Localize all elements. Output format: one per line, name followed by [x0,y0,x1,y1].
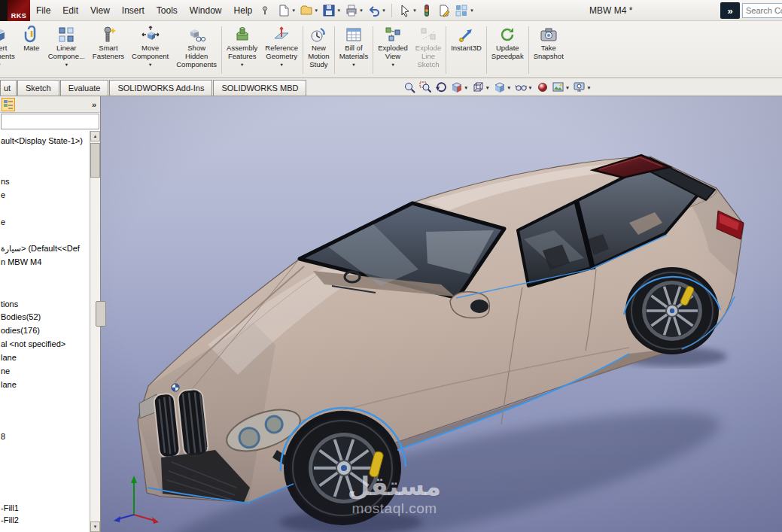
ribbon-label: Instant3D [451,44,482,53]
ribbon-button-update-speedpak[interactable]: Update Speedpak [488,23,528,78]
menu-tools[interactable]: Tools [151,0,184,20]
dropdown-arrow-icon[interactable]: ▼ [412,8,417,13]
ribbon-separator [446,26,446,74]
ribbon-button-smart-fasteners[interactable]: Smart Fasteners [89,23,128,78]
menu-file[interactable]: File [30,0,56,20]
tree-item-solid-bodies[interactable]: Bodies(52) [1,311,41,323]
panel-splitter-grip[interactable] [96,301,106,327]
menu-edit[interactable]: Edit [56,0,84,20]
zoom-to-fit-icon[interactable] [403,81,415,93]
ribbon-button-assembly-features[interactable]: Assembly Features ▾ [223,23,261,78]
dropdown-arrow-icon[interactable]: ▾ [0,62,1,67]
menu-pin-icon[interactable] [260,5,270,16]
dropdown-arrow-icon[interactable]: ▼ [470,8,474,13]
feature-manager-tree-tab[interactable] [2,98,15,111]
previous-view-icon[interactable] [435,81,447,93]
ribbon-button-exploded-view[interactable]: Exploded View ▾ [374,23,412,78]
tree-item-surface-fill2[interactable]: -Fill2 [1,514,19,526]
file-properties-icon[interactable] [437,3,452,18]
tree-item-root-assembly[interactable]: ault<Display State-1>) [1,135,83,147]
tab-layout[interactable]: ut [0,80,17,96]
tree-item-annotations[interactable]: tions [1,298,18,310]
search-input[interactable] [742,3,782,18]
rebuild-stoplight-icon[interactable] [419,3,435,18]
ribbon-button-show-hidden-components[interactable]: Show Hidden Components [172,23,221,78]
ribbon-button-insert-components[interactable]: nsert mponents ▾ [0,23,19,78]
tree-item-sketch[interactable]: 8 [1,430,5,442]
solidworks-window: RKS File Edit View Insert Tools Window H… [0,0,782,532]
tab-solidworks-add-ins[interactable]: SOLIDWORKS Add-Ins [109,80,212,96]
section-view-icon[interactable]: ▼ [451,81,468,93]
tree-item-material[interactable]: al <not specified> [1,338,65,350]
tab-evaluate[interactable]: Evaluate [60,80,109,96]
ribbon-button-reference-geometry[interactable]: Reference Geometry ▾ [261,23,302,78]
view-settings-icon[interactable]: ▼ [574,81,591,93]
apply-scene-icon[interactable]: ▼ [552,81,570,93]
tree-item-car-component[interactable]: سيارة> (Default<<Def [1,242,80,254]
ribbon-button-linear-component-pattern[interactable]: Linear Compone... ▾ [44,23,89,78]
dropdown-arrow-icon[interactable]: ▼ [464,85,468,90]
edit-appearance-icon[interactable] [537,81,549,93]
ribbon-button-new-motion-study[interactable]: New Motion Study [304,23,333,78]
dropdown-arrow-icon[interactable]: ▾ [352,62,354,67]
ribbon-label: New Motion Study [308,44,330,69]
dropdown-arrow-icon[interactable]: ▼ [314,8,318,13]
ribbon-button-bill-of-materials[interactable]: Bill of Materials ▾ [336,23,373,78]
dropdown-arrow-icon[interactable]: ▼ [528,85,532,90]
ribbon-button-explode-line-sketch[interactable]: Explode Line Sketch [412,23,445,78]
ribbon-button-take-snapshot[interactable]: Take Snapshot [530,23,567,78]
tree-item[interactable]: e [1,189,5,201]
tree-scrollbar[interactable]: ▲ ▼ [90,131,100,532]
new-document-icon[interactable] [275,3,291,18]
dropdown-arrow-icon[interactable]: ▾ [149,62,151,67]
save-icon[interactable] [321,3,336,18]
hide-show-items-icon[interactable]: ▼ [515,81,532,93]
car-model-bmw-m4[interactable] [102,96,782,532]
dropdown-arrow-icon[interactable]: ▾ [281,62,283,67]
dropdown-arrow-icon[interactable]: ▼ [565,85,570,90]
dropdown-arrow-icon[interactable]: ▼ [359,8,364,13]
print-icon[interactable] [343,3,359,18]
menu-help[interactable]: Help [228,0,259,20]
view-orientation-icon[interactable]: ▼ [472,81,489,93]
scrollbar-thumb[interactable] [90,143,100,178]
scroll-down-button[interactable]: ▼ [90,521,100,532]
tree-item-front-plane[interactable]: lane [1,351,17,363]
tree-item-right-plane[interactable]: lane [1,378,17,391]
tree-item-surface-bodies[interactable]: odies(176) [1,324,40,336]
open-icon[interactable] [298,3,314,18]
dropdown-arrow-icon[interactable]: ▾ [241,62,243,67]
tree-item-sensors[interactable]: ns [1,175,10,187]
panel-expand-chevrons[interactable]: » [92,100,99,109]
tree-item-surface-fill1[interactable]: -Fill1 [1,502,19,514]
dropdown-arrow-icon[interactable]: ▼ [485,85,489,90]
graphics-area[interactable]: مستقل mostaql.com [101,96,782,532]
ribbon-button-mate[interactable]: Mate [19,23,44,78]
feature-manager-filter-field[interactable] [1,114,99,129]
menu-view[interactable]: View [84,0,116,20]
tree-item[interactable]: e [1,216,5,228]
tab-solidworks-mbd[interactable]: SOLIDWORKS MBD [213,80,306,96]
dropdown-arrow-icon[interactable]: ▾ [65,62,68,67]
dropdown-arrow-icon[interactable]: ▾ [391,62,394,67]
scroll-up-button[interactable]: ▲ [90,131,100,141]
tree-item-mbw-m4[interactable]: n MBW M4 [1,256,41,268]
feature-manager-panel: » ault<Display State-1>) ns e e سيارة> (… [0,96,101,532]
view-grid-icon[interactable] [454,3,470,18]
undo-icon[interactable] [366,3,382,18]
tree-item-top-plane[interactable]: ne [1,365,10,377]
dropdown-arrow-icon[interactable]: ▼ [586,85,591,90]
zoom-to-area-icon[interactable] [419,81,431,93]
dropdown-arrow-icon[interactable]: ▼ [336,8,341,13]
select-cursor-icon[interactable] [397,3,412,18]
dropdown-arrow-icon[interactable]: ▼ [382,8,386,13]
display-style-icon[interactable]: ▼ [494,81,511,93]
dropdown-arrow-icon[interactable]: ▼ [291,8,296,13]
tab-sketch[interactable]: Sketch [17,80,59,96]
explode-line-sketch-icon [419,24,437,44]
ribbon-button-instant3d[interactable]: Instant3D [447,23,485,78]
menu-insert[interactable]: Insert [116,0,151,20]
dropdown-arrow-icon[interactable]: ▼ [507,85,511,90]
ribbon-button-move-component[interactable]: Move Component ▾ [128,23,172,78]
menu-window[interactable]: Window [184,0,228,20]
